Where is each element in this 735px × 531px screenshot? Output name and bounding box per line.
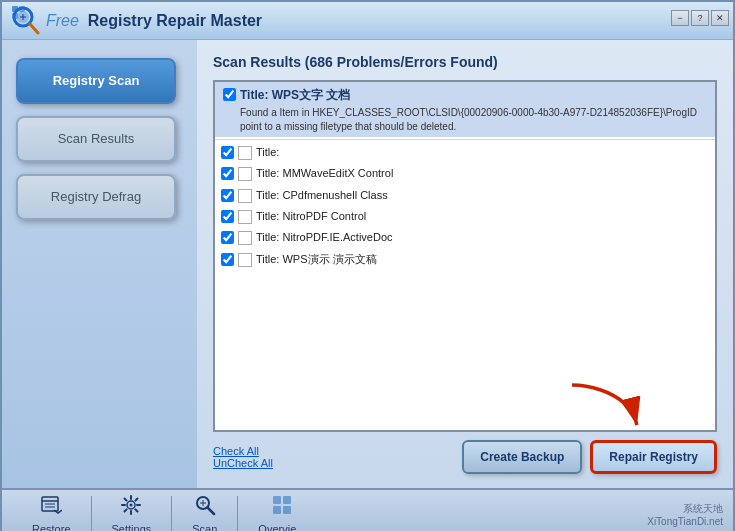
svg-line-4 xyxy=(30,24,38,33)
svg-rect-27 xyxy=(273,496,281,504)
item-file-icon xyxy=(238,253,252,267)
app-logo xyxy=(10,4,46,38)
item-checkbox-2[interactable] xyxy=(221,167,234,180)
scan-label: Scan xyxy=(192,523,217,532)
svg-rect-7 xyxy=(12,13,18,19)
item-checkbox-4[interactable] xyxy=(221,210,234,223)
list-item: Title: xyxy=(215,142,715,163)
item-text: Title: MMWaveEditX Control xyxy=(256,166,709,181)
overview-icon xyxy=(271,494,293,521)
restore-label: Restore xyxy=(32,523,71,532)
item-text: Title: NitroPDF.IE.ActiveDoc xyxy=(256,230,709,245)
item-file-icon xyxy=(238,231,252,245)
list-item: Title: NitroPDF Control xyxy=(215,206,715,227)
help-button[interactable]: ? xyxy=(691,10,709,26)
check-all-link[interactable]: Check All xyxy=(213,445,273,457)
item-file-icon xyxy=(238,167,252,181)
item-checkbox-3[interactable] xyxy=(221,189,234,202)
bottom-bar: Check All UnCheck All Create Backup Repa… xyxy=(213,440,717,474)
restore-icon xyxy=(40,494,62,521)
content-area: Scan Results (686 Problems/Errors Found)… xyxy=(197,40,733,488)
action-buttons: Create Backup Repair Registry xyxy=(462,440,717,474)
scan-results-scroll[interactable]: Title: WPS文字 文档 Found a Item in HKEY_CLA… xyxy=(215,82,715,430)
list-item: Title: CPdfmenushell Class xyxy=(215,185,715,206)
item-text: Title: CPdfmenushell Class xyxy=(256,188,709,203)
uncheck-all-link[interactable]: UnCheck All xyxy=(213,457,273,469)
taskbar: Restore Settings xyxy=(2,488,733,531)
window-controls: − ? ✕ xyxy=(671,10,729,26)
check-links: Check All UnCheck All xyxy=(213,445,273,469)
watermark: 系统天地 XiTongTianDi.net xyxy=(647,502,723,527)
list-item: Title: MMWaveEditX Control xyxy=(215,163,715,184)
app-window: Free Registry Repair Master − ? ✕ Regist… xyxy=(0,0,735,531)
overview-label: Overvie... xyxy=(258,523,305,532)
svg-point-14 xyxy=(130,503,133,506)
item-subtext: Found a Item in HKEY_CLASSES_ROOT\CLSID\… xyxy=(240,106,707,134)
item-text: Title: NitroPDF Control xyxy=(256,209,709,224)
svg-rect-30 xyxy=(283,506,291,514)
app-title: Free Registry Repair Master xyxy=(46,12,262,30)
svg-line-24 xyxy=(207,507,214,514)
svg-line-21 xyxy=(136,498,138,500)
svg-line-19 xyxy=(125,498,127,500)
item-checkbox-1[interactable] xyxy=(221,146,234,159)
list-item: Title: WPS文字 文档 Found a Item in HKEY_CLA… xyxy=(215,82,715,137)
main-container: Registry Scan Scan Results Registry Defr… xyxy=(2,40,733,488)
list-item: Title: WPS演示 演示文稿 xyxy=(215,249,715,267)
item-checkbox-6[interactable] xyxy=(221,253,234,266)
taskbar-scan[interactable]: Scan xyxy=(172,494,237,532)
title-bar: Free Registry Repair Master − ? ✕ xyxy=(2,2,733,40)
sidebar-item-registry-defrag[interactable]: Registry Defrag xyxy=(16,174,176,220)
repair-btn-wrapper: Repair Registry xyxy=(590,440,717,474)
sidebar: Registry Scan Scan Results Registry Defr… xyxy=(2,40,197,488)
item-title-cn: Title: WPS文字 文档 xyxy=(240,87,707,104)
svg-rect-28 xyxy=(283,496,291,504)
minimize-button[interactable]: − xyxy=(671,10,689,26)
svg-rect-5 xyxy=(12,6,18,12)
list-item: Title: NitroPDF.IE.ActiveDoc xyxy=(215,227,715,248)
svg-rect-29 xyxy=(273,506,281,514)
taskbar-overview[interactable]: Overvie... xyxy=(238,494,325,532)
item-file-icon xyxy=(238,146,252,160)
taskbar-settings[interactable]: Settings xyxy=(92,494,172,532)
sidebar-item-scan-results[interactable]: Scan Results xyxy=(16,116,176,162)
item-text: Title: WPS演示 演示文稿 xyxy=(256,252,709,267)
svg-rect-6 xyxy=(19,6,25,12)
item-checkbox-5[interactable] xyxy=(221,231,234,244)
settings-label: Settings xyxy=(112,523,152,532)
svg-line-22 xyxy=(125,509,127,511)
repair-registry-button[interactable]: Repair Registry xyxy=(590,440,717,474)
sidebar-item-registry-scan[interactable]: Registry Scan xyxy=(16,58,176,104)
svg-line-20 xyxy=(136,509,138,511)
item-file-icon xyxy=(238,189,252,203)
item-checkbox-0[interactable] xyxy=(223,88,236,101)
settings-icon xyxy=(120,494,142,521)
item-text: Title: xyxy=(256,145,709,160)
scan-icon xyxy=(194,494,216,521)
scan-results-list[interactable]: Title: WPS文字 文档 Found a Item in HKEY_CLA… xyxy=(213,80,717,432)
content-title: Scan Results (686 Problems/Errors Found) xyxy=(213,54,717,70)
create-backup-button[interactable]: Create Backup xyxy=(462,440,582,474)
close-button[interactable]: ✕ xyxy=(711,10,729,26)
taskbar-restore[interactable]: Restore xyxy=(12,494,91,532)
item-file-icon xyxy=(238,210,252,224)
